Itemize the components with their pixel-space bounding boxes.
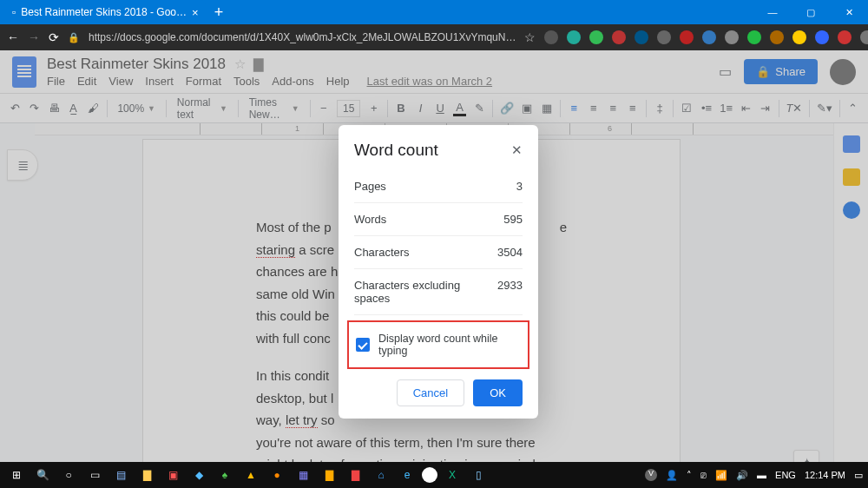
underline-icon[interactable]: U — [434, 101, 447, 116]
spellcheck-icon[interactable]: A̲ — [68, 101, 81, 116]
menu-insert[interactable]: Insert — [145, 75, 174, 88]
redo-icon[interactable]: ↷ — [29, 101, 42, 116]
excel-icon[interactable]: X — [441, 465, 464, 485]
align-center-icon[interactable]: ≡ — [588, 101, 601, 116]
font-size[interactable]: 15 — [337, 100, 360, 117]
ext-icon[interactable] — [612, 30, 626, 44]
ext-icon[interactable] — [680, 30, 694, 44]
menu-file[interactable]: File — [47, 75, 65, 88]
ext-icon[interactable] — [589, 30, 603, 44]
print-icon[interactable]: 🖶 — [48, 101, 61, 116]
reload-icon[interactable]: ⟳ — [49, 30, 59, 44]
forward-icon[interactable]: → — [28, 30, 40, 44]
menu-edit[interactable]: Edit — [77, 75, 96, 88]
maximize-button[interactable]: ▢ — [792, 0, 830, 24]
avatar[interactable] — [830, 59, 856, 85]
comment-icon[interactable]: ▣ — [521, 101, 534, 116]
calendar-icon[interactable] — [843, 135, 860, 153]
doc-title[interactable]: Best Rainmeter Skins 2018 — [47, 56, 226, 72]
app-icon[interactable]: ♠ — [214, 465, 236, 485]
line-spacing-icon[interactable]: ‡ — [654, 101, 667, 116]
ext-icon[interactable] — [635, 30, 648, 44]
app-icon[interactable]: ▤ — [109, 465, 132, 485]
star-icon[interactable]: ☆ — [524, 30, 536, 44]
bold-icon[interactable]: B — [395, 101, 408, 116]
people-icon[interactable]: 👤 — [666, 470, 678, 481]
close-icon[interactable]: ✕ — [511, 142, 523, 158]
app-icon[interactable]: ▇ — [318, 465, 340, 485]
font-select[interactable]: Times New…▼ — [246, 96, 303, 121]
notifications-icon[interactable]: ▭ — [854, 470, 863, 481]
app-icon[interactable]: ◆ — [187, 465, 210, 485]
battery-icon[interactable]: ▬ — [757, 470, 766, 480]
star-icon[interactable]: ☆ — [234, 56, 246, 71]
volume-icon[interactable]: 🔊 — [736, 470, 748, 481]
new-tab-button[interactable]: + — [206, 0, 233, 24]
docs-logo-icon[interactable] — [12, 56, 36, 88]
zoom-select[interactable]: 100%▼ — [114, 102, 159, 115]
tasks-icon[interactable] — [843, 201, 860, 219]
font-size-plus[interactable]: + — [367, 101, 380, 116]
ext-icon[interactable] — [544, 30, 558, 44]
cortana-icon[interactable]: ○ — [57, 465, 80, 485]
numbered-list-icon[interactable]: 1≡ — [720, 101, 733, 116]
menu-view[interactable]: View — [108, 75, 133, 88]
comments-icon[interactable]: ▭ — [719, 63, 732, 80]
ext-icon[interactable] — [567, 30, 581, 44]
close-icon[interactable]: × — [192, 6, 199, 19]
language-indicator[interactable]: ENG — [775, 470, 796, 480]
ext-icon[interactable] — [838, 30, 852, 44]
app-icon[interactable]: ▲ — [240, 465, 262, 485]
search-icon[interactable]: 🔍 — [31, 465, 54, 485]
browser-tab-active[interactable]: ▫ Best Rainmeter Skins 2018 - Goo… × — [5, 0, 206, 24]
outline-toggle[interactable]: ≣ — [7, 149, 38, 181]
close-window-button[interactable]: ✕ — [830, 0, 868, 24]
explorer-icon[interactable]: ▇ — [135, 465, 158, 485]
chrome-icon[interactable]: ◉ — [422, 467, 437, 483]
app-icon[interactable]: ▇ — [344, 465, 366, 485]
app-icon[interactable]: ▦ — [292, 465, 314, 485]
align-right-icon[interactable]: ≡ — [607, 101, 620, 116]
app-icon[interactable]: ⌂ — [370, 465, 392, 485]
minimize-button[interactable]: — — [753, 0, 792, 24]
image-icon[interactable]: ▦ — [541, 101, 554, 116]
share-button[interactable]: 🔒 Share — [744, 59, 818, 84]
cancel-button[interactable]: Cancel — [397, 379, 464, 406]
menu-tools[interactable]: Tools — [233, 75, 260, 88]
italic-icon[interactable]: I — [414, 101, 427, 116]
link-icon[interactable]: 🔗 — [500, 101, 514, 116]
expand-icon[interactable]: ⌃ — [847, 101, 860, 116]
last-edit-text[interactable]: Last edit was on March 2 — [367, 75, 493, 88]
align-left-icon[interactable]: ≡ — [568, 101, 581, 116]
paint-format-icon[interactable]: 🖌 — [87, 101, 100, 116]
text-color-icon[interactable]: A — [453, 101, 466, 116]
app-icon[interactable]: ▯ — [467, 465, 490, 485]
ext-icon[interactable] — [792, 30, 806, 44]
menu-format[interactable]: Format — [186, 75, 221, 88]
tray-icon[interactable]: ⎚ — [700, 470, 707, 480]
ext-icon[interactable] — [657, 30, 671, 44]
app-icon[interactable]: ▣ — [161, 465, 184, 485]
firefox-icon[interactable]: ● — [266, 465, 288, 485]
ok-button[interactable]: OK — [473, 379, 523, 406]
keep-icon[interactable] — [843, 168, 860, 186]
indent-decrease-icon[interactable]: ⇤ — [740, 101, 753, 116]
style-select[interactable]: Normal text▼ — [174, 96, 231, 121]
start-button[interactable]: ⊞ — [5, 465, 28, 485]
tray-expand-icon[interactable]: ˄ — [687, 470, 692, 481]
edge-icon[interactable]: e — [396, 465, 418, 485]
clear-format-icon[interactable]: T✕ — [786, 101, 802, 116]
align-justify-icon[interactable]: ≡ — [627, 101, 640, 116]
ext-icon[interactable] — [860, 30, 868, 44]
folder-icon[interactable]: ▇ — [253, 56, 264, 71]
wifi-icon[interactable]: 📶 — [715, 470, 727, 481]
editing-mode-icon[interactable]: ✎▾ — [817, 101, 832, 116]
menu-help[interactable]: Help — [326, 75, 350, 88]
back-icon[interactable]: ← — [7, 30, 19, 44]
ext-icon[interactable] — [725, 30, 739, 44]
indent-increase-icon[interactable]: ⇥ — [760, 101, 773, 116]
ext-icon[interactable] — [747, 30, 761, 44]
display-while-typing-checkbox[interactable]: Display word count while typing — [347, 320, 529, 369]
menu-addons[interactable]: Add-ons — [272, 75, 313, 88]
ext-icon[interactable] — [815, 30, 829, 44]
